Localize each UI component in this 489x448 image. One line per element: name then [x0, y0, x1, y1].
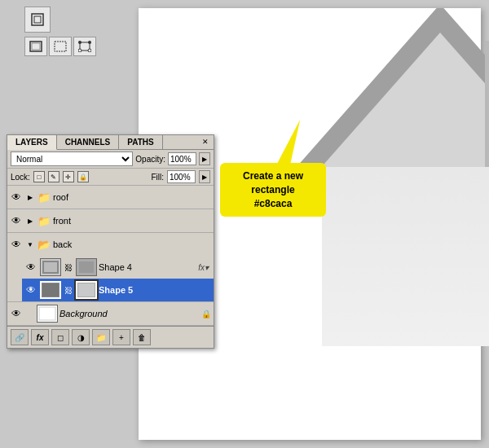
back-wall [485, 41, 489, 179]
move-icon [30, 12, 45, 27]
fill-label: Fill: [151, 173, 164, 182]
layer-name-shape5: Shape 5 [99, 285, 212, 295]
layer-row-roof[interactable]: 👁 ▶ 📁 roof [7, 186, 214, 209]
panel-bottom-toolbar: 🔗 fx ◻ ◑ 📁 + 🗑 [7, 326, 214, 348]
eye-icon-roof[interactable]: 👁 [9, 190, 24, 204]
opacity-arrow-btn[interactable]: ▶ [199, 152, 210, 165]
group-arrow-back[interactable]: ▼ [25, 237, 35, 252]
panel-close-button[interactable]: ✕ [197, 135, 214, 149]
lock-icon-background: 🔒 [200, 308, 212, 319]
opacity-label: Opacity: [135, 155, 165, 164]
eye-icon-back[interactable]: 👁 [9, 237, 24, 252]
svg-rect-14 [79, 261, 94, 273]
layer-row-shape5[interactable]: 👁 ⛓ Shape 5 [22, 279, 214, 301]
link-layers-btn[interactable]: 🔗 [11, 329, 29, 345]
delete-layer-btn[interactable]: 🗑 [133, 329, 151, 345]
new-group-btn[interactable]: 📁 [92, 329, 110, 345]
layer-name-front: front [53, 216, 212, 226]
lock-all-btn[interactable]: 🔒 [77, 171, 89, 182]
tab-paths[interactable]: PATHS [119, 135, 162, 149]
svg-rect-17 [39, 307, 55, 320]
mask-thumb-shape4 [76, 258, 97, 276]
eye-icon-background[interactable]: 👁 [9, 306, 24, 321]
shape-tool-group [24, 37, 96, 56]
layer-group-roof: 👁 ▶ 📁 roof [7, 186, 214, 209]
layers-panel: LAYERS CHANNELS PATHS ✕ Normal Opacity: … [7, 134, 214, 349]
svg-rect-15 [42, 283, 59, 296]
callout-box: Create a new rectangle#c8caca [220, 163, 326, 217]
new-layer-btn[interactable]: + [112, 329, 130, 345]
layer-row-background[interactable]: 👁 Background 🔒 [7, 302, 214, 325]
svg-point-9 [88, 41, 91, 44]
layer-name-shape4: Shape 4 [99, 262, 196, 272]
lock-image-btn[interactable]: ✎ [48, 171, 59, 182]
front-wall [322, 167, 489, 346]
eye-icon-shape5[interactable]: 👁 [24, 283, 38, 297]
lock-transparent-btn[interactable]: □ [33, 171, 45, 182]
blend-mode-select[interactable]: Normal [11, 152, 133, 166]
chain-icon-shape4: ⛓ [63, 260, 74, 275]
folder-icon-front: 📁 [37, 213, 51, 228]
layer-group-front: 👁 ▶ 📁 front [7, 209, 214, 233]
thumb-shape5 [40, 281, 61, 299]
svg-rect-5 [32, 43, 40, 50]
select-tool-icon[interactable] [49, 37, 72, 56]
tab-layers[interactable]: LAYERS [7, 135, 57, 150]
layer-name-background: Background [59, 309, 199, 318]
direct-select-icon[interactable] [73, 37, 96, 56]
fill-arrow-btn[interactable]: ▶ [199, 170, 210, 183]
blend-mode-row: Normal Opacity: ▶ [7, 150, 214, 169]
select-icon [54, 41, 67, 52]
layer-name-roof: roof [53, 192, 212, 202]
lock-position-btn[interactable]: ✛ [63, 171, 74, 182]
group-arrow-front[interactable]: ▶ [25, 213, 35, 228]
group-arrow-roof[interactable]: ▶ [25, 190, 35, 204]
mask-thumb-shape5 [76, 281, 97, 299]
eye-icon-front[interactable]: 👁 [9, 213, 24, 228]
thumb-shape4-svg [42, 260, 59, 275]
opacity-input[interactable] [168, 152, 196, 165]
layer-list: 👁 ▶ 📁 roof 👁 ▶ 📁 front 👁 ▼ 📂 back [7, 186, 214, 326]
add-fx-btn[interactable]: fx [31, 329, 49, 345]
layer-group-background: 👁 Background 🔒 [7, 302, 214, 326]
chain-icon-shape5: ⛓ [63, 283, 74, 297]
svg-rect-2 [32, 14, 43, 25]
svg-rect-16 [78, 283, 95, 296]
folder-icon-back: 📂 [37, 237, 51, 252]
layer-row-front[interactable]: 👁 ▶ 📁 front [7, 209, 214, 232]
eye-icon-shape4[interactable]: 👁 [24, 260, 38, 275]
svg-rect-6 [55, 42, 66, 51]
toolbar-top [24, 7, 96, 56]
rect-icon [29, 41, 42, 52]
thumb-background [37, 305, 58, 323]
svg-point-8 [78, 41, 82, 44]
layer-row-shape4[interactable]: 👁 ⛓ Shape 4 fx▾ [22, 256, 214, 279]
lock-label: Lock: [11, 173, 30, 182]
svg-point-10 [78, 49, 82, 52]
rect-tool-icon[interactable] [24, 37, 47, 56]
add-mask-btn[interactable]: ◻ [51, 329, 69, 345]
tab-channels[interactable]: CHANNELS [57, 135, 120, 149]
direct-icon [78, 41, 91, 52]
svg-point-11 [88, 49, 91, 52]
house-shapes [277, 8, 489, 440]
svg-rect-3 [34, 16, 41, 23]
fx-badge-shape4: fx▾ [198, 263, 212, 272]
folder-icon-roof: 📁 [37, 190, 51, 204]
layer-name-back: back [53, 239, 212, 249]
layer-group-back: 👁 ▼ 📂 back 👁 ⛓ Shape 4 f [7, 233, 214, 302]
layer-row-back[interactable]: 👁 ▼ 📂 back [7, 233, 214, 256]
svg-rect-13 [44, 262, 57, 272]
lock-row: Lock: □ ✎ ✛ 🔒 Fill: ▶ [7, 169, 214, 186]
fill-input[interactable] [167, 170, 196, 183]
move-tool-icon[interactable] [24, 7, 51, 33]
panel-tabs: LAYERS CHANNELS PATHS ✕ [7, 135, 214, 150]
callout-text: Create a new rectangle#c8caca [243, 170, 303, 209]
new-adjustment-btn[interactable]: ◑ [72, 329, 90, 345]
thumb-shape5-svg [42, 283, 59, 297]
thumb-shape4 [40, 258, 61, 276]
